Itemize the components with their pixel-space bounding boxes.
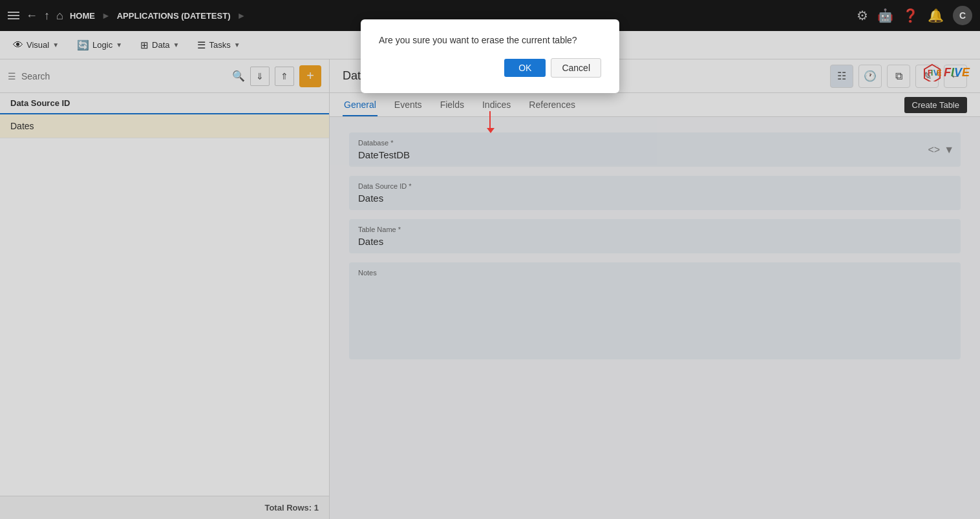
dialog-message: Are you sure you want to erase the curre… [379,35,601,45]
dialog-cancel-button[interactable]: Cancel [551,58,601,78]
confirm-dialog: Are you sure you want to erase the curre… [361,19,619,93]
dialog-overlay: Are you sure you want to erase the curre… [0,0,980,519]
dialog-ok-button[interactable]: OK [504,59,546,77]
dialog-actions: OK Cancel [379,58,601,78]
